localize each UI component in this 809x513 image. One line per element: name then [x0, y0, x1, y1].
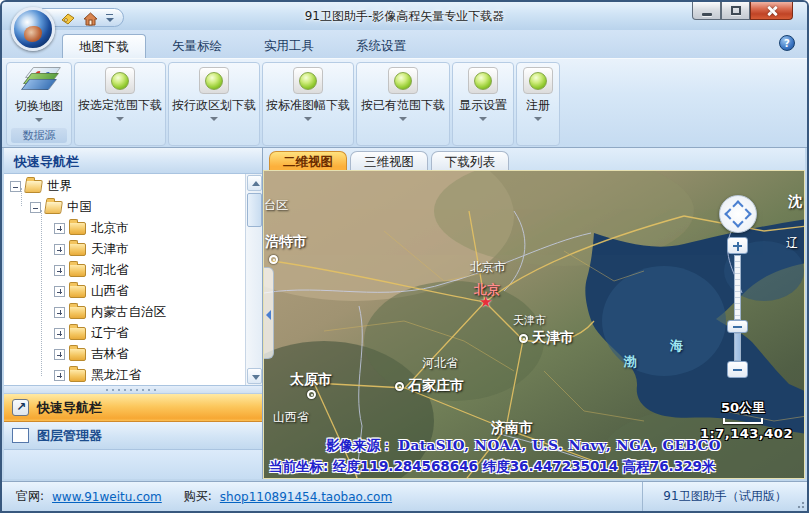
- app-menu-orb-icon[interactable]: [11, 7, 55, 51]
- folder-icon: [69, 327, 86, 340]
- expand-icon[interactable]: [54, 349, 65, 360]
- tree-item-neimenggu[interactable]: 内蒙古自治区: [4, 302, 245, 323]
- app-window: 91卫图助手-影像高程矢量专业下载器 地图下载 矢量标绘 实用工具 系统设置 切…: [0, 0, 809, 513]
- qat-customize-dropdown-icon[interactable]: [105, 13, 115, 23]
- collapse-icon[interactable]: [10, 181, 21, 192]
- dropdown-arrow-icon: [534, 117, 542, 121]
- globe-orb-icon: [468, 67, 498, 94]
- tree-item-hebei[interactable]: 河北省: [4, 260, 245, 281]
- tree-item-beijing[interactable]: 北京市: [4, 218, 245, 239]
- tab-vector-plot[interactable]: 矢量标绘: [156, 34, 238, 61]
- navigation-tree: 世界 中国 北京市 天津市: [4, 174, 262, 386]
- map-label-district: 台区: [264, 197, 288, 214]
- pan-up-icon[interactable]: [732, 200, 743, 211]
- group-register: 注册: [516, 62, 560, 146]
- expand-icon[interactable]: [54, 370, 65, 381]
- folder-icon: [69, 348, 86, 361]
- map-layers-icon: [22, 67, 56, 95]
- map-label-tianjin-small: 天津市: [513, 313, 546, 328]
- expand-icon[interactable]: [54, 286, 65, 297]
- tree-item-jilin[interactable]: 吉林省: [4, 344, 245, 365]
- imagery-source-label: 影像来源：: [326, 437, 394, 453]
- download-by-selection-button[interactable]: 按选定范围下载: [75, 67, 165, 121]
- map-label-bohai-bo: 渤: [624, 353, 637, 371]
- download-by-standard-sheet-button[interactable]: 按标准图幅下载: [263, 67, 353, 121]
- sidebar-collapse-handle[interactable]: [264, 267, 274, 359]
- expand-icon[interactable]: [54, 265, 65, 276]
- tree-item-world[interactable]: 世界: [4, 176, 245, 197]
- download-by-admin-region-button[interactable]: 按行政区划下载: [169, 67, 259, 121]
- map-label-liaoning: 辽: [786, 235, 798, 252]
- home-icon[interactable]: [83, 11, 98, 25]
- tree-item-china[interactable]: 中国: [4, 197, 245, 218]
- sidebar: 快速导航栏 世界 中国: [4, 148, 263, 479]
- collapse-icon[interactable]: [30, 202, 41, 213]
- panel-splitter[interactable]: [4, 386, 262, 394]
- expand-icon[interactable]: [54, 244, 65, 255]
- map-label-beijing-city: 北京市: [470, 259, 506, 276]
- zoom-slider-track[interactable]: [734, 255, 741, 320]
- official-site-link[interactable]: www.91weitu.com: [52, 490, 162, 504]
- tree-item-shanxi[interactable]: 山西省: [4, 281, 245, 302]
- maximize-icon: [731, 6, 741, 15]
- register-button[interactable]: 注册: [517, 67, 559, 121]
- tree-item-liaoning[interactable]: 辽宁省: [4, 323, 245, 344]
- group-download-by-existing: 按已有范围下载: [356, 62, 450, 146]
- tab-utilities[interactable]: 实用工具: [248, 34, 330, 61]
- scroll-up-icon[interactable]: [247, 175, 262, 191]
- globe-orb-icon: [105, 67, 135, 94]
- map-label-shijiazhuang: 石家庄市: [408, 377, 464, 395]
- zoom-out-button[interactable]: [727, 361, 748, 378]
- zoom-in-button[interactable]: [727, 237, 748, 254]
- zoom-slider-handle[interactable]: [727, 320, 748, 333]
- minimize-button[interactable]: [692, 2, 721, 20]
- close-button[interactable]: [750, 2, 793, 20]
- zoom-slider-track-lower[interactable]: [734, 333, 741, 361]
- layers-grid-icon: [12, 428, 29, 443]
- map-label-tianjin-big: 天津市: [532, 329, 574, 347]
- tree-item-tianjin[interactable]: 天津市: [4, 239, 245, 260]
- expand-icon[interactable]: [54, 328, 65, 339]
- minimize-icon: [702, 13, 712, 16]
- close-icon: [766, 6, 778, 16]
- pan-left-icon[interactable]: [724, 208, 735, 219]
- tab-2d-view[interactable]: 二维视图: [269, 151, 347, 170]
- sidebar-header: 快速导航栏: [4, 148, 262, 174]
- resize-grip[interactable]: [795, 499, 805, 509]
- maximize-button[interactable]: [721, 2, 750, 20]
- view-tab-bar: 二维视图 三维视图 下载列表: [263, 148, 805, 170]
- scrollbar-thumb[interactable]: [247, 193, 262, 227]
- tree-item-heilongjiang[interactable]: 黑龙江省: [4, 365, 245, 386]
- download-by-existing-range-button[interactable]: 按已有范围下载: [357, 67, 449, 121]
- map-label-bohai-hai: 海: [670, 337, 683, 355]
- sidebar-button-quick-nav[interactable]: 快速导航栏: [4, 394, 262, 422]
- globe-orb-icon: [199, 67, 229, 94]
- tab-system-settings[interactable]: 系统设置: [340, 34, 422, 61]
- tab-map-download[interactable]: 地图下载: [62, 34, 146, 61]
- globe-orb-icon: [293, 67, 323, 94]
- group-caption-datasource: 数据源: [11, 128, 67, 143]
- dropdown-arrow-icon: [304, 117, 312, 121]
- trial-version-badge: 91卫图助手（试用版）: [642, 482, 807, 511]
- expand-icon[interactable]: [54, 223, 65, 234]
- taobao-shop-link[interactable]: shop110891454.taobao.com: [220, 490, 392, 504]
- map-pan-control[interactable]: [719, 195, 757, 233]
- dropdown-arrow-icon: [116, 117, 124, 121]
- help-icon[interactable]: [779, 35, 795, 51]
- tree-scrollbar[interactable]: [245, 174, 262, 385]
- tab-download-list[interactable]: 下载列表: [431, 151, 509, 170]
- display-settings-button[interactable]: 显示设置: [453, 67, 513, 121]
- pan-down-icon[interactable]: [732, 216, 743, 227]
- switch-map-button[interactable]: 切换地图: [7, 67, 71, 122]
- tag-icon[interactable]: [61, 11, 76, 25]
- map-scale-bar: 50公里: [712, 399, 774, 424]
- map-label-hebei: 河北省: [422, 355, 458, 372]
- sidebar-button-layer-manager[interactable]: 图层管理器: [4, 422, 262, 450]
- scroll-down-icon[interactable]: [247, 368, 262, 384]
- open-folder-icon: [24, 180, 43, 193]
- folder-icon: [69, 264, 86, 277]
- expand-icon[interactable]: [54, 307, 65, 318]
- map-viewport[interactable]: 台区 浩特市 北京市 北京 天津市 天津市 河北省 太原市 山西省 石家庄市 济…: [263, 170, 805, 479]
- pan-right-icon[interactable]: [740, 208, 751, 219]
- tab-3d-view[interactable]: 三维视图: [350, 151, 428, 170]
